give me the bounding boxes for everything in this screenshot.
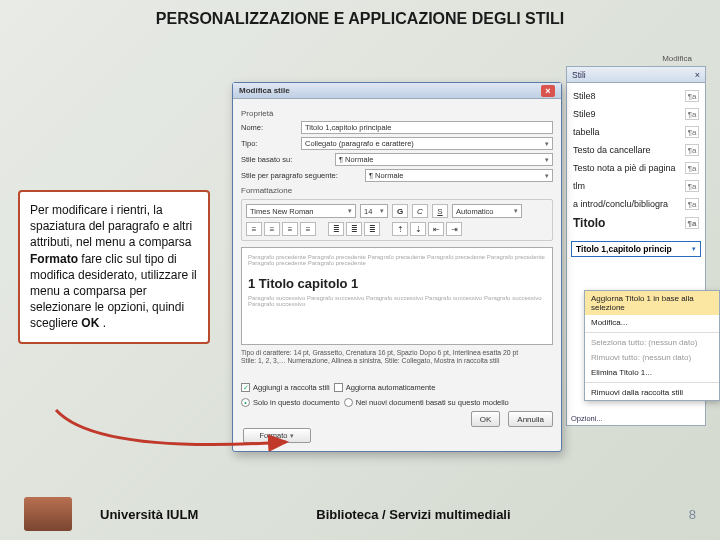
- align-right-button[interactable]: ≡: [282, 222, 298, 236]
- styles-list: Stile8¶a Stile9¶a tabella¶a Testo da can…: [567, 83, 705, 237]
- radio-new-docs[interactable]: Nei nuovi documenti basati su questo mod…: [344, 398, 509, 407]
- paragraph-icon: ¶a: [685, 144, 699, 156]
- preview-heading: 1 Titolo capitolo 1: [248, 276, 546, 291]
- menu-remove-from-gallery[interactable]: Rimuovi dalla raccolta stili: [585, 385, 719, 400]
- menu-update-from-selection[interactable]: Aggiorna Titolo 1 in base alla selezione: [585, 291, 719, 315]
- callout-text: Per modificare i rientri, la spaziatura …: [30, 203, 192, 249]
- style-item[interactable]: Stile9¶a: [567, 105, 705, 123]
- menu-modify[interactable]: Modifica...: [585, 315, 719, 330]
- ok-button[interactable]: OK: [471, 411, 501, 427]
- callout-bold-ok: OK: [81, 316, 99, 330]
- dialog-titlebar: Modifica stile ×: [233, 83, 561, 99]
- indent-dec-button[interactable]: ⇤: [428, 222, 444, 236]
- style-item[interactable]: Stile8¶a: [567, 87, 705, 105]
- style-item-label: Stile9: [573, 109, 596, 119]
- label-next: Stile per paragrafo seguente:: [241, 171, 361, 180]
- styles-options-link[interactable]: Opzioni...: [571, 414, 603, 423]
- menu-select-all[interactable]: Seleziona tutto: (nessun dato): [585, 335, 719, 350]
- style-item[interactable]: tlm¶a: [567, 177, 705, 195]
- chevron-down-icon: ▾: [290, 432, 294, 440]
- linespacing-2-button[interactable]: ≣: [364, 222, 380, 236]
- select-type[interactable]: Collegato (paragrafo e carattere)▾: [301, 137, 553, 150]
- indent-inc-button[interactable]: ⇥: [446, 222, 462, 236]
- paragraph-icon: ¶a: [685, 108, 699, 120]
- field-name[interactable]: Titolo 1,capitolo principale: [301, 121, 553, 134]
- style-item[interactable]: Testo nota a piè di pagina¶a: [567, 159, 705, 177]
- color-value: Automatico: [456, 207, 494, 216]
- checkbox-gallery[interactable]: ✓Aggiungi a raccolta stili: [241, 383, 330, 392]
- linespacing-1-button[interactable]: ≣: [328, 222, 344, 236]
- style-description: Tipo di carattere: 14 pt, Grassetto, Cre…: [241, 349, 553, 377]
- font-size-value: 14: [364, 207, 372, 216]
- space-before-inc-button[interactable]: ⇡: [392, 222, 408, 236]
- radio-new-label: Nei nuovi documenti basati su questo mod…: [356, 398, 509, 407]
- style-item-label: tabella: [573, 127, 600, 137]
- style-item-label: a introd/conclu/bibliogra: [573, 199, 668, 209]
- space-before-dec-button[interactable]: ⇣: [410, 222, 426, 236]
- select-next-value: ¶ Normale: [369, 170, 403, 182]
- radio-doc-label: Solo in questo documento: [253, 398, 340, 407]
- cancel-label: Annulla: [517, 415, 544, 424]
- label-based: Stile basato su:: [241, 155, 331, 164]
- styles-pane-title: Stili: [572, 70, 586, 80]
- style-item-titolo[interactable]: Titolo¶a: [567, 213, 705, 233]
- style-item-label: Titolo: [573, 216, 605, 230]
- radio-icon: [344, 398, 353, 407]
- chevron-down-icon: ▾: [380, 207, 384, 215]
- style-item-label: tlm: [573, 181, 585, 191]
- iulm-logo: [24, 497, 72, 531]
- align-left-button[interactable]: ≡: [246, 222, 262, 236]
- desc-line1: Tipo di carattere: 14 pt, Grassetto, Cre…: [241, 349, 553, 357]
- format-dropdown-button[interactable]: Formato ▾: [243, 428, 311, 443]
- section-formatting: Formattazione: [241, 186, 553, 195]
- instruction-callout: Per modificare i rientri, la spaziatura …: [18, 190, 210, 344]
- ok-label: OK: [480, 415, 492, 424]
- chevron-down-icon: ▾: [692, 245, 696, 253]
- checkbox-autoupdate[interactable]: Aggiorna automaticamente: [334, 383, 436, 392]
- align-justify-button[interactable]: ≡: [300, 222, 316, 236]
- select-based[interactable]: ¶ Normale▾: [335, 153, 553, 166]
- cancel-button[interactable]: Annulla: [508, 411, 553, 427]
- style-preview-box: Paragrafo precedente Paragrafo precedent…: [241, 247, 553, 345]
- dialog-title: Modifica stile: [239, 86, 290, 95]
- paragraph-icon: ¶a: [685, 217, 699, 229]
- style-item[interactable]: Testo da cancellare¶a: [567, 141, 705, 159]
- chevron-down-icon: ▾: [545, 138, 549, 150]
- style-item[interactable]: a introd/conclu/bibliogra¶a: [567, 195, 705, 213]
- font-name-value: Times New Roman: [250, 207, 314, 216]
- menu-remove-all[interactable]: Rimuovi tutto: (nessun dato): [585, 350, 719, 365]
- style-selected-label: Titolo 1,capitolo princip: [576, 244, 672, 254]
- paragraph-icon: ¶a: [685, 180, 699, 192]
- align-center-button[interactable]: ≡: [264, 222, 280, 236]
- chevron-down-icon: ▾: [545, 154, 549, 166]
- font-size-select[interactable]: 14▾: [360, 204, 388, 218]
- close-icon[interactable]: ×: [695, 70, 700, 80]
- chevron-down-icon: ▾: [545, 170, 549, 182]
- style-selected-dropdown[interactable]: Titolo 1,capitolo princip ▾: [571, 241, 701, 257]
- label-type: Tipo:: [241, 139, 297, 148]
- desc-line2: Stile: 1, 2, 3,… Numerazione, Allinea a …: [241, 357, 553, 365]
- color-select[interactable]: Automatico▾: [452, 204, 522, 218]
- radio-this-doc[interactable]: •Solo in questo documento: [241, 398, 340, 407]
- bold-button[interactable]: G: [392, 204, 408, 218]
- underline-button[interactable]: S: [432, 204, 448, 218]
- select-based-value: ¶ Normale: [339, 154, 373, 166]
- close-icon[interactable]: ×: [541, 85, 555, 97]
- style-item[interactable]: tabella¶a: [567, 123, 705, 141]
- linespacing-15-button[interactable]: ≣: [346, 222, 362, 236]
- select-next[interactable]: ¶ Normale▾: [365, 169, 553, 182]
- font-name-select[interactable]: Times New Roman▾: [246, 204, 356, 218]
- checkbox-icon: [334, 383, 343, 392]
- paragraph-icon: ¶a: [685, 198, 699, 210]
- label-name: Nome:: [241, 123, 297, 132]
- page-number: 8: [689, 507, 696, 522]
- chevron-down-icon: ▾: [514, 207, 518, 215]
- underline-label: S: [437, 207, 442, 216]
- format-label: Formato: [260, 431, 288, 440]
- menu-delete[interactable]: Elimina Titolo 1...: [585, 365, 719, 380]
- style-item-label: Testo nota a piè di pagina: [573, 163, 676, 173]
- footer-right: Biblioteca / Servizi multimediali: [316, 507, 510, 522]
- style-item-label: Stile8: [573, 91, 596, 101]
- styles-pane-header: Stili ×: [567, 67, 705, 83]
- italic-button[interactable]: C: [412, 204, 428, 218]
